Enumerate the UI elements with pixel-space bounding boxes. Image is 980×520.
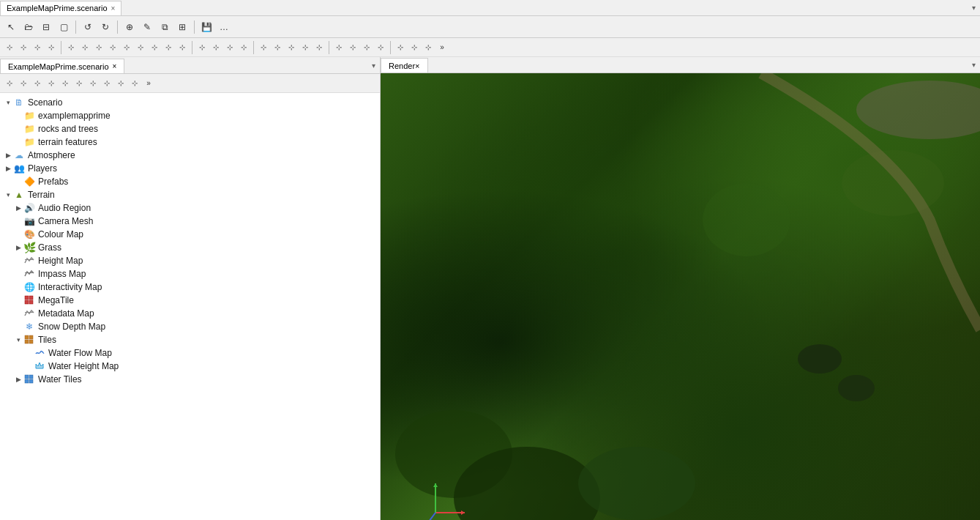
ltb-b4[interactable]: ⊹: [45, 77, 58, 90]
scenario-tab[interactable]: ExampleMapPrime.scenario ×: [0, 1, 121, 15]
tool-copy[interactable]: ⧉: [157, 19, 173, 35]
tb2-b10[interactable]: ⊹: [134, 41, 147, 54]
tool-measure[interactable]: ⊟: [38, 19, 54, 35]
render-viewport[interactable]: [381, 73, 980, 520]
tool-edit[interactable]: ✎: [139, 19, 155, 35]
tree-item-interactivitymap[interactable]: 🌐 Interactivity Map: [0, 281, 380, 294]
expand-grass[interactable]: ▶: [13, 244, 23, 251]
ltb-more[interactable]: »: [142, 77, 155, 90]
ltb-b10[interactable]: ⊹: [128, 77, 141, 90]
scenario-icon: 🗎: [13, 97, 25, 108]
ltb-b7[interactable]: ⊹: [86, 77, 100, 90]
terrainfeatures-label: terrain features: [38, 137, 97, 147]
tb2-b2[interactable]: ⊹: [17, 41, 30, 54]
waterflowmap-label: Water Flow Map: [48, 348, 112, 358]
tree-item-examplemapprime[interactable]: 📁 examplemapprime: [0, 109, 380, 122]
tree-item-megatile[interactable]: MegaTile: [0, 294, 380, 307]
expand-terrain[interactable]: ▾: [3, 191, 13, 198]
tb2-b8[interactable]: ⊹: [106, 41, 119, 54]
tb2-b7[interactable]: ⊹: [92, 41, 105, 54]
tree-item-scenario[interactable]: ▾ 🗎 Scenario: [0, 96, 380, 109]
expand-atmosphere[interactable]: ▶: [3, 152, 13, 159]
toolbar1: ↖ 🗁 ⊟ ▢ ↺ ↻ ⊕ ✎ ⧉ ⊞ 💾 …: [0, 16, 980, 38]
tool-box[interactable]: ▢: [56, 19, 72, 35]
tb2-b20[interactable]: ⊹: [285, 41, 298, 54]
ltb-b6[interactable]: ⊹: [72, 77, 86, 90]
tb2-b3[interactable]: ⊹: [31, 41, 44, 54]
tree-item-watertiles[interactable]: ▶ Water Tiles: [0, 373, 380, 386]
tb2-b4[interactable]: ⊹: [45, 41, 58, 54]
tb2-b6[interactable]: ⊹: [78, 41, 91, 54]
ltb-b8[interactable]: ⊹: [100, 77, 113, 90]
ltb-b2[interactable]: ⊹: [17, 77, 30, 90]
tb2-b1[interactable]: ⊹: [3, 41, 16, 54]
tree-item-waterheightmap[interactable]: Water Height Map: [0, 360, 380, 373]
tb2-b21[interactable]: ⊹: [299, 41, 312, 54]
tb2-b27[interactable]: ⊹: [394, 41, 407, 54]
tb2-b24[interactable]: ⊹: [346, 41, 359, 54]
tree-item-prefabs[interactable]: 🔶 Prefabs: [0, 175, 380, 188]
megatile-label: MegaTile: [38, 295, 74, 305]
ltb-b1[interactable]: ⊹: [3, 77, 16, 90]
tool-more[interactable]: …: [216, 19, 232, 35]
tab-dropdown-arrow[interactable]: ▾: [968, 4, 980, 12]
expand-audioregion[interactable]: ▶: [13, 204, 23, 212]
scenario-left-tab-close[interactable]: ×: [113, 62, 117, 70]
scenario-left-tab[interactable]: ExampleMapPrime.scenario ×: [0, 59, 124, 73]
tool-undo[interactable]: ↺: [80, 19, 96, 35]
tb2-b17[interactable]: ⊹: [237, 41, 250, 54]
tool-add[interactable]: ⊕: [121, 19, 138, 35]
tree-item-snowdepthmap[interactable]: ❄ Snow Depth Map: [0, 320, 380, 333]
ltb-b9[interactable]: ⊹: [114, 77, 127, 90]
tree-item-tiles[interactable]: ▾ Tiles: [0, 333, 380, 346]
tree-item-terrain[interactable]: ▾ ▲ Terrain: [0, 188, 380, 201]
tb2-b25[interactable]: ⊹: [360, 41, 373, 54]
tb2-b13[interactable]: ⊹: [176, 41, 189, 54]
expand-scenario[interactable]: ▾: [3, 99, 13, 106]
tb2-b28[interactable]: ⊹: [408, 41, 421, 54]
tree-item-audioregion[interactable]: ▶ 🔊 Audio Region: [0, 201, 380, 215]
expand-tiles[interactable]: ▾: [13, 336, 23, 343]
tb2-b23[interactable]: ⊹: [332, 41, 345, 54]
tb2-b9[interactable]: ⊹: [120, 41, 133, 54]
tb2-more[interactable]: »: [435, 41, 449, 54]
tb2-b12[interactable]: ⊹: [162, 41, 175, 54]
left-tab-arrow[interactable]: ▾: [367, 62, 380, 70]
tb2-b29[interactable]: ⊹: [422, 41, 435, 54]
tool-save[interactable]: 💾: [198, 19, 214, 35]
ltb-b5[interactable]: ⊹: [59, 77, 72, 90]
tb2-b26[interactable]: ⊹: [374, 41, 387, 54]
tb2-b15[interactable]: ⊹: [209, 41, 222, 54]
tree-item-grass[interactable]: ▶ 🌿 Grass: [0, 241, 380, 254]
tb2-b22[interactable]: ⊹: [313, 41, 326, 54]
tree-item-atmosphere[interactable]: ▶ ☁ Atmosphere: [0, 149, 380, 162]
tree-item-colourmap[interactable]: 🎨 Colour Map: [0, 228, 380, 241]
tree-item-impassmap[interactable]: Impass Map: [0, 267, 380, 281]
tree-item-heightmap[interactable]: Height Map: [0, 254, 380, 267]
left-panel: ExampleMapPrime.scenario × ▾ ⊹ ⊹ ⊹ ⊹ ⊹ ⊹…: [0, 57, 381, 520]
tb2-b11[interactable]: ⊹: [148, 41, 161, 54]
tb2-b16[interactable]: ⊹: [223, 41, 236, 54]
impassmap-icon: [23, 268, 35, 280]
tool-redo[interactable]: ↻: [97, 19, 113, 35]
tree-item-players[interactable]: ▶ 👥 Players: [0, 162, 380, 175]
render-tab[interactable]: Render ×: [381, 58, 428, 73]
ltb-b3[interactable]: ⊹: [31, 77, 44, 90]
tool-select[interactable]: ↖: [3, 19, 19, 35]
tb2-b5[interactable]: ⊹: [64, 41, 78, 54]
tree-item-waterflowmap[interactable]: Water Flow Map: [0, 346, 380, 360]
tree-item-rocksandtrees[interactable]: 📁 rocks and trees: [0, 122, 380, 135]
tool-grid[interactable]: ⊞: [174, 19, 190, 35]
render-tab-close[interactable]: ×: [415, 62, 419, 70]
expand-watertiles[interactable]: ▶: [13, 376, 23, 383]
expand-players[interactable]: ▶: [3, 165, 13, 172]
tree-item-metadatamap[interactable]: Metadata Map: [0, 307, 380, 320]
tree-item-cameramesh[interactable]: 📷 Camera Mesh: [0, 215, 380, 228]
tool-open[interactable]: 🗁: [20, 19, 37, 35]
tree-item-terrainfeatures[interactable]: 📁 terrain features: [0, 135, 380, 149]
tb2-b19[interactable]: ⊹: [271, 41, 284, 54]
tb2-b14[interactable]: ⊹: [195, 41, 209, 54]
scenario-tab-close[interactable]: ×: [111, 4, 116, 12]
right-tab-arrow[interactable]: ▾: [968, 61, 980, 69]
tb2-b18[interactable]: ⊹: [257, 41, 270, 54]
